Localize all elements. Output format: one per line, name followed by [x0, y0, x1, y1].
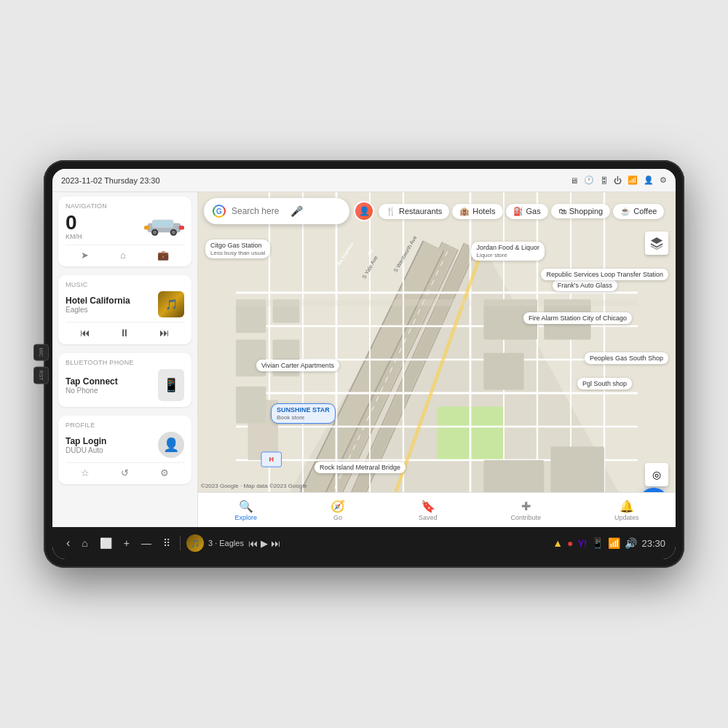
svg-rect-41: [236, 299, 638, 306]
sidebar: Navigation 0 KM/H: [52, 192, 198, 527]
map-layers-button[interactable]: [645, 232, 668, 255]
status-icons: 🖥 🕐 🎛 ⏻ 📶 👤 ⚙: [570, 175, 667, 185]
music-title: Hotel California: [66, 296, 152, 306]
favorite-btn[interactable]: ☆: [81, 467, 90, 478]
rockisland-name: Rock Island Metraral Bridge: [320, 464, 400, 471]
place-rockisland[interactable]: Rock Island Metraral Bridge: [314, 462, 405, 473]
filter-coffee[interactable]: ☕ Coffee: [613, 204, 664, 219]
restaurant-label: Restaurants: [399, 207, 442, 215]
rst-button[interactable]: RST: [33, 366, 49, 384]
wifi-icon: 📶: [628, 175, 638, 185]
record-status-icon: ●: [567, 537, 573, 549]
navigate-btn[interactable]: ➤: [81, 250, 89, 261]
search-box[interactable]: G Search here 🎤: [204, 198, 349, 224]
grid-button[interactable]: ⠿: [159, 535, 174, 551]
filter-hotels[interactable]: 🏨 Hotels: [452, 204, 502, 219]
map-nav-contribute[interactable]: ✚ Contribute: [510, 499, 541, 521]
location-icon: ◎: [652, 469, 661, 480]
map-nav-go[interactable]: 🧭 Go: [331, 499, 345, 521]
explore-icon: 🔍: [239, 499, 253, 513]
pgl-name: Pgl South shop: [582, 380, 627, 387]
power-icon: ⏻: [614, 176, 622, 185]
music-controls: ⏮ ⏸ ⏭: [66, 322, 184, 339]
user-avatar[interactable]: 👤: [354, 201, 374, 221]
profile-card-label: Profile: [66, 422, 184, 429]
minus-button[interactable]: —: [138, 535, 155, 551]
filter-chips: 🍴 Restaurants 🏨 Hotels ⛽ Gas 🛍: [379, 204, 664, 219]
phone-icon[interactable]: 📱: [158, 369, 184, 401]
map-nav-explore[interactable]: 🔍 Explore: [234, 499, 257, 521]
place-jordan[interactable]: Jordan Food & Liquor Liquor store: [471, 242, 545, 261]
bluetooth-card: Bluetooth Phone Tap Connect No Phone 📱: [58, 353, 191, 407]
refresh-btn[interactable]: ↺: [121, 467, 129, 478]
profile-avatar[interactable]: 👤: [158, 432, 184, 458]
place-sunshine[interactable]: SUNSHINE STAR Book store: [271, 403, 336, 424]
profile-name: Tap Login: [66, 436, 152, 446]
sunshine-name: SUNSHINE STAR: [277, 406, 330, 414]
place-firealarm[interactable]: Fire Alarm Station City of Chicago: [523, 312, 632, 324]
home-button[interactable]: ⌂: [78, 535, 91, 551]
settings-icon[interactable]: ⚙: [660, 175, 667, 185]
peoples-name: Peoples Gas South Shop: [590, 355, 663, 362]
profile-card: Profile Tap Login DUDU Auto 👤 ☆ ↺ ⚙: [58, 416, 191, 484]
gas-label: Gas: [526, 207, 541, 215]
system-bar: ‹ ⌂ ⬜ + — ⠿ 🎵 3 · Eagles ⏮ ▶ ⏭ ▲ ● Y!: [52, 527, 676, 559]
svg-point-5: [153, 231, 157, 235]
map-nav-saved[interactable]: 🔖 Saved: [419, 499, 438, 521]
updates-icon: 🔔: [620, 499, 634, 513]
svg-rect-38: [483, 353, 523, 390]
mic-button[interactable]: MIC: [33, 344, 49, 361]
prev-button[interactable]: ⏮: [80, 327, 90, 339]
settings-btn[interactable]: ⚙: [160, 467, 169, 478]
gps-status-icon: ▲: [553, 537, 563, 549]
sys-status-icons: ▲ ● Y! 📱 📶 🔊 23:30: [553, 537, 665, 549]
screen: 2023-11-02 Thursday 23:30 🖥 🕐 🎛 ⏻ 📶 👤 ⚙ …: [52, 169, 676, 559]
filter-shopping[interactable]: 🛍 Shopping: [551, 204, 611, 218]
car-icon: [144, 215, 184, 237]
np-prev-btn[interactable]: ⏮: [248, 538, 258, 549]
place-peoples[interactable]: Peoples Gas South Shop: [585, 352, 668, 364]
map-area[interactable]: H S Yale Ave S Wentworth Ave I94 Express…: [198, 192, 676, 527]
gas-icon: ⛽: [513, 207, 523, 216]
map-location-button[interactable]: ◎: [645, 463, 668, 486]
music-artist: Eagles: [66, 306, 152, 314]
back-button[interactable]: ‹: [63, 534, 74, 552]
place-republic[interactable]: Republic Services Loop Transfer Station: [541, 269, 668, 280]
work-btn[interactable]: 💼: [157, 250, 169, 261]
datetime-display: 2023-11-02 Thursday 23:30: [61, 176, 160, 185]
go-icon: 🧭: [331, 499, 345, 513]
republic-name: Republic Services Loop Transfer Station: [546, 271, 663, 278]
apps2-icon[interactable]: 📱: [591, 537, 604, 549]
np-next-btn[interactable]: ⏭: [271, 538, 280, 549]
steering-icon: 🎛: [600, 176, 608, 185]
hotel-label: Hotels: [472, 207, 495, 215]
svg-rect-2: [154, 221, 163, 226]
svg-rect-9: [179, 226, 184, 230]
svg-text:H: H: [269, 456, 274, 463]
map-bottom-nav: 🔍 Explore 🧭 Go 🔖 Saved ✚ Contribute: [198, 492, 676, 527]
car-icon-area: [144, 214, 184, 240]
bt-card-content: Tap Connect No Phone 📱: [66, 369, 184, 401]
map-nav-updates[interactable]: 🔔 Updates: [614, 499, 639, 521]
music-card-label: Music: [66, 281, 184, 288]
filter-restaurants[interactable]: 🍴 Restaurants: [379, 204, 449, 219]
place-vivian[interactable]: Vivian Carter Apartments: [256, 360, 339, 371]
hotel-icon: 🏨: [459, 207, 470, 216]
np-track-info: 3 · Eagles: [208, 539, 244, 547]
profile-info: Tap Login DUDU Auto: [66, 436, 152, 454]
filter-gas[interactable]: ⛽ Gas: [506, 204, 548, 219]
np-play-btn[interactable]: ▶: [261, 538, 268, 549]
add-button[interactable]: +: [120, 535, 133, 551]
place-pgl[interactable]: Pgl South shop: [577, 378, 632, 389]
recents-button[interactable]: ⬜: [96, 535, 116, 551]
mic-icon[interactable]: 🎤: [290, 205, 303, 217]
saved-icon: 🔖: [421, 499, 435, 513]
next-button[interactable]: ⏭: [159, 327, 170, 339]
pause-button[interactable]: ⏸: [119, 327, 130, 339]
place-franks[interactable]: Frank's Auto Glass: [553, 280, 617, 291]
np-album-art[interactable]: 🎵: [186, 534, 204, 552]
volume-icon[interactable]: 🔊: [625, 537, 637, 549]
saved-label: Saved: [419, 514, 438, 521]
home-btn[interactable]: ⌂: [120, 250, 126, 261]
place-citgo[interactable]: Citgo Gas Station Less busy than usual: [205, 240, 270, 258]
